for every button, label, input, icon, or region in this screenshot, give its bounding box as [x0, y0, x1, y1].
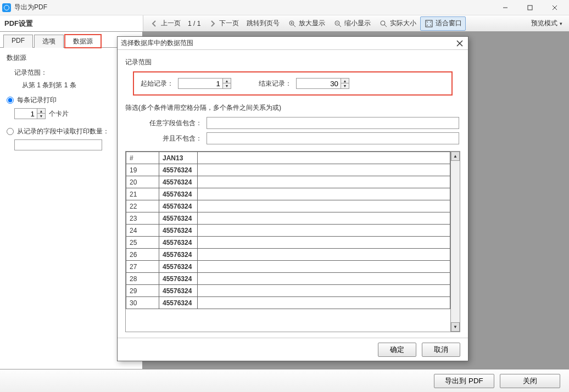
- ok-button[interactable]: 确定: [378, 343, 416, 357]
- cell-index: 25: [126, 237, 159, 249]
- table-row[interactable]: 2445576324: [126, 225, 450, 237]
- tab-datasource[interactable]: 数据源: [65, 35, 101, 48]
- cell-code: 45576324: [159, 237, 198, 249]
- table-row[interactable]: 2545576324: [126, 237, 450, 249]
- dialog-titlebar: 选择数据库中的数据范围: [118, 37, 468, 50]
- contains-input[interactable]: [207, 117, 459, 129]
- start-record-input[interactable]: ▲▼: [178, 78, 231, 89]
- fit-window-button[interactable]: 适合窗口: [420, 16, 466, 31]
- close-main-button[interactable]: 关闭: [500, 374, 560, 388]
- svg-line-5: [293, 25, 295, 27]
- print-each-label: 每条记录打印: [17, 96, 57, 105]
- zoom-out-button[interactable]: 缩小显示: [329, 16, 375, 31]
- toolbar: 上一页 1 / 1 下一页 跳转到页号 放大显示 缩小显示 实际大小 适合窗口 …: [143, 15, 569, 31]
- zoom-in-label: 放大显示: [299, 19, 325, 28]
- start-up[interactable]: ▲: [223, 79, 231, 83]
- cell-empty: [198, 200, 450, 212]
- cell-code: 45576324: [159, 273, 198, 285]
- dialog-title: 选择数据库中的数据范围: [121, 38, 455, 48]
- cell-index: 26: [126, 249, 159, 261]
- cell-index: 21: [126, 188, 159, 200]
- col-index[interactable]: #: [126, 152, 159, 164]
- maximize-button[interactable]: [517, 0, 542, 15]
- zoom-out-label: 缩小显示: [344, 19, 371, 28]
- app-icon: [2, 3, 11, 12]
- prev-label: 上一页: [161, 19, 181, 28]
- cell-empty: [198, 261, 450, 273]
- export-pdf-button[interactable]: 导出到 PDF: [434, 374, 494, 388]
- table-row[interactable]: 2345576324: [126, 212, 450, 225]
- cell-empty: [198, 212, 450, 225]
- start-down[interactable]: ▼: [223, 83, 231, 88]
- cards-up[interactable]: ▲: [37, 109, 45, 114]
- next-page-button[interactable]: 下一页: [204, 16, 243, 31]
- table-row[interactable]: 2645576324: [126, 249, 450, 261]
- grid-scrollbar[interactable]: ▲ ▼: [450, 152, 460, 332]
- print-each-radio[interactable]: [7, 97, 14, 104]
- svg-rect-13: [426, 20, 432, 27]
- start-value[interactable]: [178, 79, 222, 88]
- cell-empty: [198, 285, 450, 297]
- not-contains-label: 并且不包含：: [147, 134, 202, 143]
- table-row[interactable]: 2045576324: [126, 176, 450, 188]
- start-record-label: 起始记录：: [141, 79, 174, 88]
- actual-size-icon: [378, 19, 388, 29]
- arrow-left-icon: [149, 19, 159, 29]
- end-record-input[interactable]: ▲▼: [296, 78, 349, 89]
- range-box: 起始记录： ▲▼ 结束记录： ▲▼: [133, 71, 453, 96]
- table-row[interactable]: 2945576324: [126, 285, 450, 297]
- actual-size-button[interactable]: 实际大小: [375, 16, 420, 31]
- field-name-input[interactable]: [14, 139, 102, 150]
- table-row[interactable]: 2845576324: [126, 273, 450, 285]
- tab-options[interactable]: 选项: [34, 35, 64, 48]
- fit-label: 适合窗口: [436, 19, 462, 28]
- table-row[interactable]: 2245576324: [126, 200, 450, 212]
- jump-page-button[interactable]: 跳转到页号: [243, 16, 283, 31]
- prev-page-button[interactable]: 上一页: [146, 16, 185, 31]
- table-row[interactable]: 3045576324: [126, 297, 450, 309]
- page-indicator: 1 / 1: [185, 20, 204, 27]
- contains-label: 任意字段值包含：: [147, 119, 202, 128]
- scroll-up-icon[interactable]: ▲: [451, 152, 460, 161]
- jump-label: 跳转到页号: [247, 19, 280, 28]
- dialog-close-button[interactable]: [455, 38, 465, 48]
- col-code[interactable]: JAN13: [159, 152, 198, 164]
- cards-down[interactable]: ▼: [37, 114, 45, 119]
- cards-count-input[interactable]: ▲▼: [14, 108, 46, 119]
- window-title: 导出为PDF: [14, 3, 493, 12]
- cell-empty: [198, 249, 450, 261]
- end-down[interactable]: ▼: [341, 83, 349, 88]
- filter-section-label: 筛选(多个条件请用空格分隔，多个条件之间关系为或): [125, 103, 460, 113]
- read-count-radio[interactable]: [7, 128, 14, 135]
- end-value[interactable]: [297, 79, 341, 88]
- cell-index: 28: [126, 273, 159, 285]
- cell-code: 45576324: [159, 297, 198, 309]
- close-button[interactable]: [542, 0, 567, 15]
- cell-index: 29: [126, 285, 159, 297]
- preview-mode-dropdown[interactable]: 预览模式 ▾: [527, 19, 567, 28]
- tab-pdf[interactable]: PDF: [3, 35, 33, 48]
- arrow-right-icon: [208, 19, 217, 29]
- table-row[interactable]: 2145576324: [126, 188, 450, 200]
- chevron-down-icon: ▾: [560, 21, 562, 26]
- minimize-button[interactable]: [493, 0, 517, 15]
- titlebar: 导出为PDF: [0, 0, 569, 15]
- cell-empty: [198, 188, 450, 200]
- col-empty: [198, 152, 450, 164]
- cell-code: 45576324: [159, 176, 198, 188]
- cell-code: 45576324: [159, 249, 198, 261]
- cell-index: 24: [126, 225, 159, 237]
- data-grid: # JAN13 19455763242045576324214557632422…: [125, 151, 460, 332]
- table-row[interactable]: 2745576324: [126, 261, 450, 273]
- end-up[interactable]: ▲: [341, 79, 349, 83]
- cancel-button[interactable]: 取消: [422, 343, 460, 357]
- cell-index: 30: [126, 297, 159, 309]
- zoom-in-button[interactable]: 放大显示: [283, 16, 329, 31]
- svg-rect-1: [528, 5, 532, 10]
- not-contains-input[interactable]: [207, 132, 459, 144]
- cards-value[interactable]: [15, 109, 37, 119]
- next-label: 下一页: [219, 19, 239, 28]
- table-row[interactable]: 1945576324: [126, 164, 450, 176]
- svg-line-9: [339, 25, 341, 27]
- scroll-down-icon[interactable]: ▼: [451, 322, 460, 332]
